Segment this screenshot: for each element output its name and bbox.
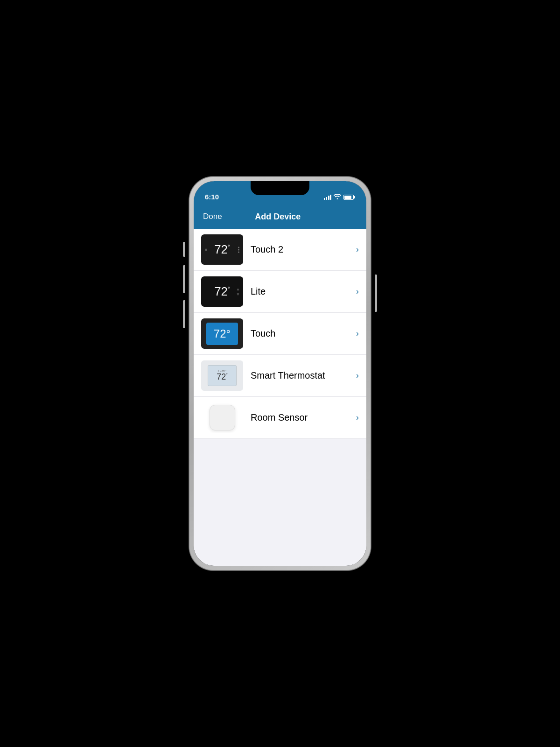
device-label-lite: Lite (251, 286, 352, 297)
device-item-touch[interactable]: 72° Touch › (194, 313, 366, 355)
chevron-smart: › (356, 371, 359, 381)
device-image-sensor (201, 402, 243, 433)
signal-icon (324, 195, 332, 200)
device-image-smart: TEMP 72° (201, 360, 243, 391)
device-image-lite: 72° ▲ ▼ (201, 276, 243, 307)
status-time: 6:10 (205, 193, 219, 201)
chevron-touch2: › (356, 245, 359, 254)
device-label-smart: Smart Thermostat (251, 370, 352, 381)
footer-space (194, 439, 366, 476)
done-button[interactable]: Done (203, 212, 222, 221)
phone-inner: 6:10 (194, 181, 366, 566)
device-label-sensor: Room Sensor (251, 412, 352, 423)
chevron-lite: › (356, 287, 359, 296)
chevron-touch: › (356, 329, 359, 338)
device-item-smart-thermostat[interactable]: TEMP 72° Smart Thermostat › (194, 355, 366, 397)
device-label-touch2: Touch 2 (251, 244, 352, 255)
device-image-touch: 72° (201, 318, 243, 349)
nav-bar: Done Add Device (194, 204, 366, 229)
btn-right (375, 275, 377, 312)
page-title: Add Device (255, 212, 301, 222)
battery-icon (343, 195, 355, 200)
chevron-sensor: › (356, 413, 359, 423)
device-label-touch: Touch (251, 328, 352, 339)
device-image-touch2: 72° (201, 234, 243, 265)
status-icons (324, 194, 356, 201)
screen: 6:10 (194, 181, 366, 566)
phone-outer: 6:10 (189, 176, 371, 571)
device-item-room-sensor[interactable]: Room Sensor › (194, 397, 366, 439)
device-item-touch2[interactable]: 72° Touch 2 › (194, 229, 366, 271)
device-list: 72° Touch 2 › 72° (194, 229, 366, 566)
btn-left-mid1 (183, 265, 185, 293)
btn-left-mid2 (183, 300, 185, 328)
device-item-lite[interactable]: 72° ▲ ▼ Lite › (194, 271, 366, 313)
btn-left-top (183, 242, 185, 257)
notch (251, 181, 309, 195)
wifi-icon (334, 194, 341, 201)
